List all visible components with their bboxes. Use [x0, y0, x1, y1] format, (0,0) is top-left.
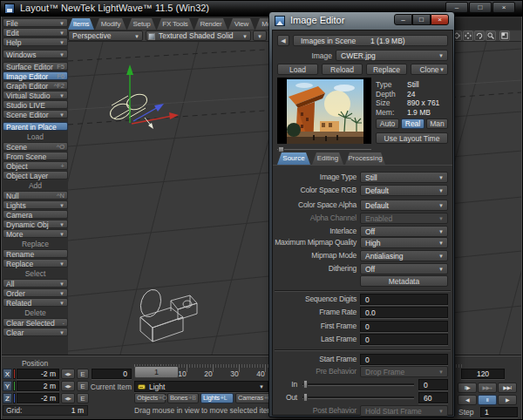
maximize-viewport-icon[interactable] — [499, 30, 510, 41]
transport-button[interactable]: ▶▶+ — [478, 383, 497, 393]
field-control[interactable]: 0.0 ▼ — [360, 307, 448, 318]
mode-button[interactable]: Real — [401, 119, 425, 129]
sidebar-item[interactable]: Load — [3, 133, 68, 141]
field-control[interactable]: Still ▼ — [360, 172, 448, 183]
slider-handle[interactable] — [278, 146, 284, 152]
sidebar-item[interactable]: Replace — [3, 240, 68, 248]
close-button[interactable]: × — [431, 14, 449, 25]
nudge-arrows-icon[interactable]: ◀▶ — [61, 369, 75, 379]
slider-track[interactable] — [302, 383, 414, 386]
use-layout-time-button[interactable]: Use Layout Time — [376, 132, 448, 144]
sidebar-item[interactable]: Null ^N — [3, 191, 68, 200]
end-frame-field[interactable]: 120 — [461, 369, 505, 379]
sidebar-item[interactable]: Edit ▼ — [3, 28, 68, 37]
axis-value-field[interactable]: -2 m — [17, 369, 59, 379]
dialog-tab[interactable]: Source — [277, 152, 310, 165]
mode-button[interactable]: Auto — [376, 119, 399, 129]
sidebar-item[interactable]: Clear Selected - — [3, 318, 68, 327]
transport-button[interactable]: ▶▶I — [498, 383, 517, 393]
field-control[interactable]: 0 ▼ — [360, 321, 448, 332]
field-control[interactable]: Metadata ▼ — [360, 275, 448, 287]
transport-button[interactable]: II — [478, 395, 497, 405]
field-control[interactable]: 0 ▼ — [360, 294, 448, 305]
sidebar-item[interactable]: Object Layer — [3, 171, 68, 180]
slider-track[interactable] — [302, 396, 414, 399]
transport-button[interactable]: ◀ — [458, 395, 477, 405]
envelope-button[interactable]: E — [77, 369, 89, 379]
pan-icon[interactable] — [463, 30, 473, 41]
nudge-arrows-icon[interactable]: ◀▶ — [61, 381, 75, 391]
sidebar-item[interactable]: Order ▼ — [3, 288, 68, 297]
main-tab[interactable]: Modify — [95, 18, 126, 30]
sidebar-item[interactable]: Add — [3, 182, 68, 190]
sidebar-item[interactable]: Windows ▼ — [3, 50, 68, 58]
dialog-tab[interactable]: Processing — [345, 152, 385, 165]
action-button[interactable]: Replace — [366, 64, 407, 75]
mode-button[interactable]: Man — [426, 119, 448, 129]
light-wireframe[interactable] — [108, 64, 179, 129]
minimize-button[interactable]: – — [394, 14, 412, 25]
zoom-icon[interactable] — [486, 30, 496, 41]
category-button[interactable]: Bones+B — [167, 393, 199, 403]
slider-handle[interactable] — [303, 393, 308, 402]
field-control[interactable]: 0 ▼ — [360, 354, 448, 365]
camera-wireframe[interactable] — [138, 287, 197, 342]
current-item-dropdown[interactable]: Light ▼ — [134, 381, 268, 392]
field-control[interactable]: 60 ▼ — [301, 392, 448, 403]
nudge-arrows-icon[interactable]: ◀▶ — [61, 393, 75, 403]
sidebar-item[interactable]: Help ▼ — [3, 37, 68, 46]
sidebar-item[interactable]: Related ▼ — [3, 298, 68, 307]
sidebar-item[interactable]: Lights ▼ — [3, 200, 68, 209]
field-control[interactable]: 0 ▼ — [360, 334, 448, 345]
images-in-scene-header[interactable]: Images in Scene 1 (1.9 MB) — [293, 35, 448, 46]
view-mode-dropdown[interactable]: Perspective ▼ — [68, 30, 143, 41]
category-button[interactable]: Lights+L — [200, 393, 234, 403]
transport-button[interactable]: II▶ — [458, 383, 477, 393]
current-frame-field[interactable]: 0 — [92, 369, 132, 379]
sidebar-item[interactable]: Virtual Studio ▼ — [3, 91, 68, 99]
field-control[interactable]: Off ▼ — [360, 226, 448, 237]
sidebar-item[interactable]: Dynamic Obj ▼ — [3, 220, 68, 228]
dialog-titlebar[interactable]: Image Editor – □ × — [269, 12, 454, 30]
field-control[interactable]: Enabled ▼ — [360, 213, 448, 224]
envelope-button[interactable]: E — [77, 393, 89, 403]
sidebar-item[interactable]: Clear ▼ — [3, 328, 68, 336]
sidebar-item[interactable]: All ▼ — [3, 279, 68, 288]
preview-scrub-slider[interactable] — [277, 146, 371, 152]
sidebar-item[interactable]: Rename — [3, 249, 68, 258]
action-button[interactable]: Clone ▼ — [411, 64, 448, 75]
image-preview-thumbnail[interactable] — [277, 78, 371, 144]
image-editor-dialog[interactable]: Image Editor – □ × ◀ Images in Scene 1 (… — [268, 11, 455, 417]
sidebar-item[interactable]: Select — [3, 270, 68, 278]
main-tab[interactable]: FX Tools — [157, 18, 194, 30]
main-tab[interactable]: Setup — [127, 18, 156, 30]
slider-handle[interactable] — [303, 380, 308, 389]
category-button[interactable]: Objects+O — [134, 393, 166, 403]
field-control[interactable]: Default ▼ — [360, 200, 448, 211]
sidebar-item[interactable]: Scene Editor ▼ — [3, 110, 68, 119]
sidebar-item[interactable]: Image Editor F6 — [3, 71, 68, 80]
main-tab[interactable]: Items — [68, 18, 94, 30]
sidebar-item[interactable]: Studio LIVE — [3, 100, 68, 109]
action-button[interactable]: Load — [277, 64, 318, 75]
sidebar-item[interactable]: Delete — [3, 309, 68, 317]
field-control[interactable]: Hold Start Frame ▼ — [360, 405, 448, 417]
collapse-panel-button[interactable]: ◀ — [277, 35, 289, 46]
dialog-tab[interactable]: Editing — [312, 152, 343, 165]
field-control[interactable]: Antialiasing ▼ — [360, 250, 448, 261]
step-field[interactable]: 1 — [480, 407, 518, 417]
axis-value-field[interactable]: -2 m — [17, 393, 59, 403]
field-control[interactable]: Default ▼ — [360, 185, 448, 196]
sidebar-item[interactable]: From Scene — [3, 152, 68, 160]
field-control[interactable]: Off ▼ — [360, 263, 448, 274]
maximize-button[interactable]: □ — [412, 14, 431, 25]
sidebar-item[interactable]: Camera — [3, 210, 68, 219]
shading-options-button[interactable]: ▼ — [253, 30, 267, 41]
sidebar-item[interactable]: Surface Editor F5 — [3, 62, 68, 71]
sidebar-item[interactable]: More ▼ — [3, 229, 68, 238]
sidebar-item[interactable]: Graph Editor ^F2 — [3, 81, 68, 90]
main-tab[interactable]: View — [228, 18, 255, 30]
field-control[interactable]: High ▼ — [360, 237, 448, 248]
shading-mode-dropdown[interactable]: Textured Shaded Solid ▼ — [146, 30, 251, 41]
sidebar-item[interactable]: Replace ▼ — [3, 259, 68, 268]
